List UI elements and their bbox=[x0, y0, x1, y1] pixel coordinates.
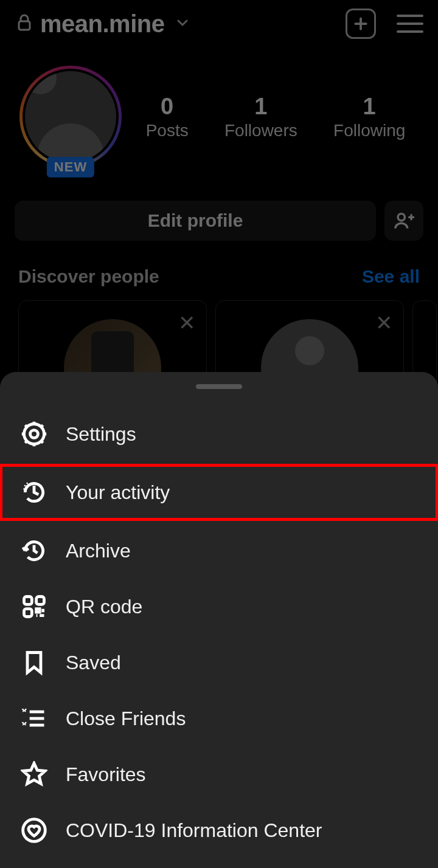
stat-label: Following bbox=[333, 121, 405, 140]
menu-item-label: Saved bbox=[66, 652, 121, 674]
stat-value: 1 bbox=[333, 94, 405, 120]
menu-item-archive[interactable]: Archive bbox=[0, 523, 438, 579]
menu-item-label: Your activity bbox=[66, 481, 170, 504]
profile-actions: Edit profile bbox=[0, 174, 438, 241]
menu-item-favorites[interactable]: Favorites bbox=[0, 746, 438, 802]
menu-item-covid-19-information-center[interactable]: COVID-19 Information Center bbox=[0, 802, 438, 858]
lock-icon bbox=[17, 14, 32, 33]
profile-header: mean.mine bbox=[0, 0, 438, 47]
options-menu: SettingsYour activityArchiveQR codeSaved… bbox=[0, 406, 438, 858]
username-label[interactable]: mean.mine bbox=[40, 10, 164, 38]
qrcode-icon bbox=[21, 593, 47, 620]
svg-point-1 bbox=[398, 214, 405, 221]
archive-icon bbox=[21, 537, 47, 564]
stat-following[interactable]: 1 Following bbox=[333, 94, 405, 140]
close-icon[interactable]: ✕ bbox=[375, 311, 392, 335]
menu-item-label: Favorites bbox=[66, 763, 146, 786]
profile-stats: 0 Posts 1 Followers 1 Following bbox=[128, 94, 423, 140]
menu-item-label: Settings bbox=[66, 423, 136, 446]
menu-item-settings[interactable]: Settings bbox=[0, 406, 438, 462]
closefriends-icon bbox=[21, 705, 47, 732]
menu-item-label: Archive bbox=[66, 540, 131, 562]
menu-item-label: QR code bbox=[66, 596, 142, 618]
svg-rect-0 bbox=[19, 21, 30, 30]
star-icon bbox=[21, 761, 47, 788]
menu-item-close-friends[interactable]: Close Friends bbox=[0, 691, 438, 746]
heart-circle-icon bbox=[21, 817, 47, 844]
stat-value: 1 bbox=[224, 94, 297, 120]
profile-summary: NEW 0 Posts 1 Followers 1 Following bbox=[0, 47, 438, 174]
bookmark-icon bbox=[21, 649, 47, 676]
menu-item-qr-code[interactable]: QR code bbox=[0, 579, 438, 635]
sheet-grabber[interactable] bbox=[196, 384, 242, 389]
stat-label: Posts bbox=[146, 121, 189, 140]
options-bottom-sheet: SettingsYour activityArchiveQR codeSaved… bbox=[0, 372, 438, 868]
discover-header: Discover people See all bbox=[0, 241, 438, 287]
stat-followers[interactable]: 1 Followers bbox=[224, 94, 297, 140]
stat-label: Followers bbox=[224, 121, 297, 140]
new-badge: NEW bbox=[47, 157, 94, 177]
stat-value: 0 bbox=[146, 94, 189, 120]
close-icon[interactable]: ✕ bbox=[178, 311, 195, 335]
discover-people-button[interactable] bbox=[384, 201, 423, 241]
stat-posts[interactable]: 0 Posts bbox=[146, 94, 189, 140]
hamburger-menu-button[interactable] bbox=[397, 15, 423, 33]
edit-profile-button[interactable]: Edit profile bbox=[15, 201, 376, 241]
see-all-link[interactable]: See all bbox=[362, 266, 420, 287]
menu-item-label: COVID-19 Information Center bbox=[66, 819, 322, 842]
menu-item-label: Close Friends bbox=[66, 708, 186, 730]
menu-item-saved[interactable]: Saved bbox=[0, 635, 438, 691]
chevron-down-icon[interactable] bbox=[175, 15, 190, 32]
discover-title: Discover people bbox=[18, 266, 159, 287]
menu-item-your-activity[interactable]: Your activity bbox=[0, 464, 438, 520]
create-button[interactable] bbox=[346, 9, 376, 39]
activity-icon bbox=[21, 479, 47, 506]
gear-icon bbox=[21, 421, 47, 447]
profile-avatar[interactable]: NEW bbox=[19, 66, 122, 168]
